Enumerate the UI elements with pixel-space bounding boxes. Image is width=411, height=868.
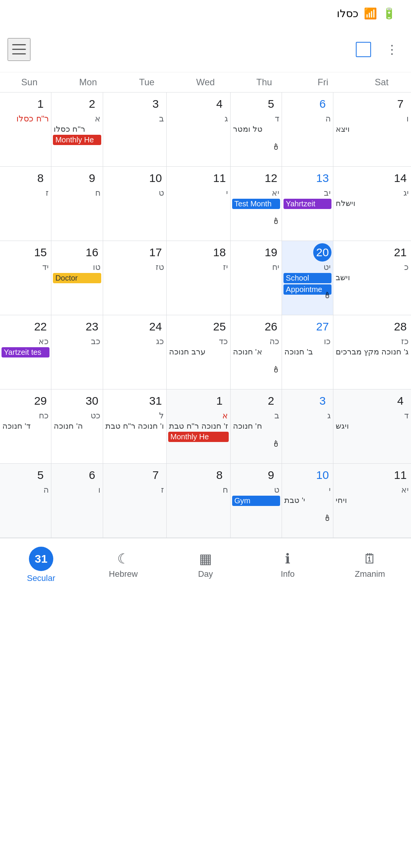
nav-item-zmanim[interactable]: 🗓Zmanim (329, 538, 411, 591)
day-cell[interactable]: 20יטSchoolAppointme🕯 (282, 241, 333, 315)
day-cell[interactable]: 12יאTest Month🕯 (231, 167, 282, 241)
event-item[interactable]: ערב חנוכה (168, 347, 229, 356)
nav-item-day[interactable]: ▦Day (164, 538, 247, 591)
day-cell[interactable]: 10ט (103, 167, 167, 241)
day-number: 1 (210, 392, 229, 410)
battery-icon: 🔋 (382, 7, 396, 20)
day-cell[interactable]: 26כהא' חנוכה🕯 (231, 315, 282, 389)
event-item[interactable]: Test Month (232, 199, 280, 209)
hebrew-date: ד (335, 411, 409, 421)
event-item[interactable]: ז' חנוכה ר"ח טבת (168, 421, 229, 431)
day-number: 2 (262, 392, 280, 410)
event-item[interactable]: ה' חנוכה (53, 421, 101, 431)
day-cell[interactable]: 19יח (231, 241, 282, 315)
day-cell[interactable]: 15יד (0, 241, 51, 315)
events-area: ז' חנוכה ר"ח טבתMonthly He (168, 421, 229, 442)
day-number-wrap: 28 (335, 318, 409, 336)
events-area: ב' חנוכה (284, 347, 331, 356)
event-item[interactable]: ג' חנוכה מקץ מברכים (335, 347, 409, 356)
day-cell[interactable]: 28כזג' חנוכה מקץ מברכים (333, 315, 411, 389)
day-nav-icon: ▦ (199, 551, 212, 567)
day-cell[interactable]: 13יבYahrtzeit (282, 167, 333, 241)
day-cell[interactable]: 21כוישב (333, 241, 411, 315)
day-number: 6 (83, 466, 101, 484)
hebrew-date: ז (105, 485, 165, 495)
event-item[interactable]: Gym (232, 496, 280, 506)
event-item[interactable]: Monthly He (168, 432, 229, 442)
day-cell[interactable]: 7ז (103, 464, 167, 538)
day-cell[interactable]: 3ב (103, 93, 167, 167)
day-cell[interactable]: 1ר"ח כסלו (0, 93, 51, 167)
day-number: 3 (147, 95, 165, 113)
event-item[interactable]: א' חנוכה (232, 347, 280, 356)
day-number: 4 (210, 95, 229, 113)
dow-sat: Sat (352, 75, 411, 89)
day-cell[interactable]: 2בח' חנוכה🕯 (231, 389, 282, 464)
event-item[interactable]: Yahrtzeit (284, 199, 331, 209)
events-area: ויחי (335, 496, 409, 505)
event-item[interactable]: ב' חנוכה (284, 347, 331, 356)
event-item[interactable]: Yartzeit tes (2, 347, 49, 357)
events-area: טל ומטר (232, 124, 280, 134)
event-item[interactable]: וישב (335, 273, 409, 282)
day-cell[interactable]: 22כאYartzeit tes (0, 315, 51, 389)
day-cell[interactable]: 29כחד' חנוכה (0, 389, 51, 464)
nav-item-info[interactable]: ℹInfo (247, 538, 329, 591)
day-cell[interactable]: 23כב (51, 315, 103, 389)
day-number: 22 (31, 318, 49, 336)
more-options-button[interactable]: ⋮ (381, 38, 403, 61)
event-item[interactable]: ח' חנוכה (232, 421, 280, 431)
menu-button[interactable] (8, 38, 30, 61)
nav-item-secular[interactable]: 31Secular (0, 538, 82, 591)
day-cell[interactable]: 24כג (103, 315, 167, 389)
event-item[interactable]: טל ומטר (232, 124, 280, 134)
event-item[interactable]: וישלח (335, 199, 409, 208)
day-cell[interactable]: 25כדערב חנוכה (167, 315, 231, 389)
day-cell[interactable]: 6ו (51, 464, 103, 538)
event-item[interactable]: ר"ח כסלו (53, 124, 101, 134)
day-cell[interactable]: 10יי' טבת🕯 (282, 464, 333, 538)
event-item[interactable]: ויצא (335, 124, 409, 134)
event-item[interactable]: ד' חנוכה (2, 421, 49, 431)
day-number: 31 (147, 392, 165, 410)
day-cell[interactable]: 9טGym (231, 464, 282, 538)
event-item[interactable]: ויחי (335, 496, 409, 505)
day-cell[interactable]: 31לו' חנוכה ר"ח טבת (103, 389, 167, 464)
day-cell[interactable]: 11י (167, 167, 231, 241)
nav-item-hebrew[interactable]: ☾Hebrew (82, 538, 164, 591)
day-cell[interactable]: 1אז' חנוכה ר"ח טבתMonthly He (167, 389, 231, 464)
event-item[interactable]: Doctor (53, 273, 101, 283)
day-cell[interactable]: 6ה (282, 93, 333, 167)
event-item[interactable]: School (284, 273, 331, 283)
day-cell[interactable]: 5ה (0, 464, 51, 538)
day-cell[interactable]: 27כוב' חנוכה (282, 315, 333, 389)
day-cell[interactable]: 4ג (167, 93, 231, 167)
day-cell[interactable]: 18יז (167, 241, 231, 315)
event-item[interactable]: ויגש (335, 421, 409, 431)
event-item[interactable]: ו' חנוכה ר"ח טבת (105, 421, 165, 431)
day-number-wrap: 9 (53, 169, 101, 187)
day-cell[interactable]: 4דויגש (333, 389, 411, 464)
day-number-wrap: 9 (232, 466, 280, 484)
day-nav-label: Day (198, 569, 213, 579)
day-cell[interactable]: 16טוDoctor (51, 241, 103, 315)
day-cell[interactable]: 17טז (103, 241, 167, 315)
day-cell[interactable]: 8ז (0, 167, 51, 241)
calendar-grid: 1ר"ח כסלו2אר"ח כסלוMonthly He3ב4ג5דטל ומ… (0, 93, 411, 538)
hebrew-date: ר"ח כסלו (2, 114, 49, 124)
day-cell[interactable]: 11יאויחי (333, 464, 411, 538)
event-item[interactable]: Monthly He (53, 135, 101, 145)
day-cell[interactable]: 7וויצא (333, 93, 411, 167)
day-cell[interactable]: 2אר"ח כסלוMonthly He (51, 93, 103, 167)
hebrew-date: ה (2, 485, 49, 495)
day-cell[interactable]: 8ח (167, 464, 231, 538)
day-cell[interactable]: 5דטל ומטר🕯 (231, 93, 282, 167)
day-cell[interactable]: 30כטה' חנוכה (51, 389, 103, 464)
go-to-today-button[interactable] (350, 36, 377, 63)
hebrew-date: יז (168, 262, 229, 272)
secular-nav-label: Secular (27, 573, 56, 583)
day-cell[interactable]: 14יגוישלח (333, 167, 411, 241)
day-cell[interactable]: 3ג (282, 389, 333, 464)
event-item[interactable]: י' טבת (284, 496, 331, 505)
day-cell[interactable]: 9ח (51, 167, 103, 241)
